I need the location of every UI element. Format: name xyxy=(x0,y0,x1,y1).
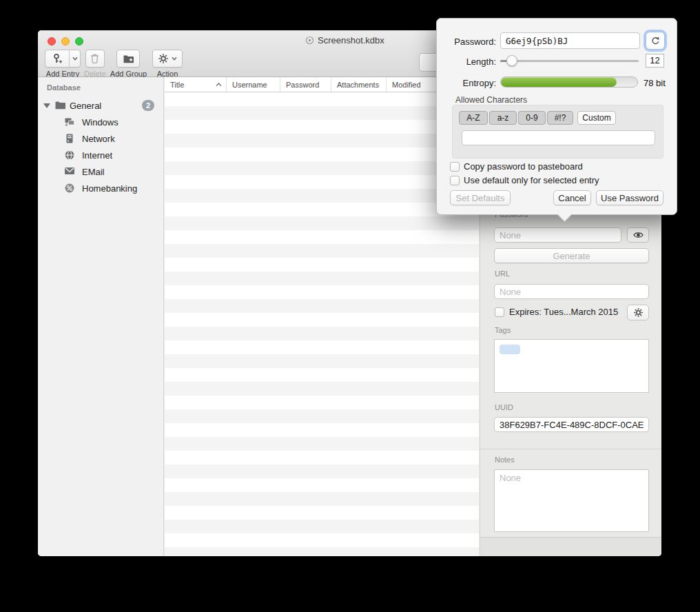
sidebar-item-label: Internet xyxy=(82,150,112,161)
sidebar-item-label: Windows xyxy=(82,117,119,127)
copy-to-pasteboard-checkbox[interactable] xyxy=(450,162,460,172)
charset-uppercase-button[interactable]: A-Z xyxy=(459,111,488,125)
table-header: Title Username Password Attachments xyxy=(165,77,479,92)
zoom-window-button[interactable] xyxy=(75,37,83,45)
use-default-label: Use default only for selected entry xyxy=(464,175,599,185)
uuid-input[interactable] xyxy=(494,417,649,432)
sidebar-section-header: Database xyxy=(47,83,81,92)
document-proxy-icon xyxy=(305,36,314,45)
expires-label: Expires: Tues...March 2015 xyxy=(509,307,618,317)
table-body-empty[interactable] xyxy=(165,92,479,556)
refresh-icon xyxy=(650,36,660,45)
entropy-bar-fill xyxy=(501,77,617,87)
globe-icon xyxy=(64,150,75,161)
traffic-lights xyxy=(48,37,83,45)
generated-password-input[interactable] xyxy=(500,32,640,49)
column-header-username[interactable]: Username xyxy=(227,77,280,92)
column-header-attachments[interactable]: Attachments xyxy=(331,77,387,92)
tag-token[interactable] xyxy=(500,345,520,354)
length-slider[interactable] xyxy=(500,54,639,68)
url-section-label: URL xyxy=(495,269,510,278)
allowed-characters-label: Allowed Characters xyxy=(455,95,527,105)
use-password-button[interactable]: Use Password xyxy=(596,190,663,205)
column-header-password[interactable]: Password xyxy=(280,77,331,92)
column-header-label: Password xyxy=(286,81,319,89)
password-input[interactable] xyxy=(494,227,621,243)
sidebar-item-label: Network xyxy=(82,134,115,144)
use-default-row: Use default only for selected entry xyxy=(450,175,599,185)
expires-checkbox[interactable] xyxy=(495,307,504,317)
percent-circle-icon xyxy=(64,183,75,194)
entropy-value: 78 bit xyxy=(644,78,666,88)
slider-thumb[interactable] xyxy=(506,55,517,66)
toolbar-group-add-entry: Add Entry xyxy=(45,50,81,78)
inspector-footer xyxy=(480,537,661,556)
set-defaults-button[interactable]: Set Defaults xyxy=(450,190,511,205)
notes-textarea[interactable] xyxy=(494,469,649,532)
charset-digits-button[interactable]: 0-9 xyxy=(518,111,546,125)
expires-settings-button[interactable] xyxy=(627,305,649,320)
section-divider xyxy=(480,449,661,449)
windows-icon xyxy=(64,116,75,127)
folder-plus-icon xyxy=(123,54,134,64)
slider-track[interactable] xyxy=(500,60,639,62)
notes-section-label: Notes xyxy=(495,456,515,464)
toolbar-group-delete: Delete xyxy=(84,50,106,78)
charset-lowercase-button[interactable]: a-z xyxy=(489,111,517,125)
action-button[interactable] xyxy=(152,50,183,68)
window-title: Screenshot.kdbx xyxy=(305,35,384,45)
uuid-section-label: UUID xyxy=(495,403,513,411)
sidebar-item-email[interactable]: EMail xyxy=(38,163,163,180)
column-header-title[interactable]: Title xyxy=(165,77,227,92)
group-list: General 2 Windows xyxy=(38,97,163,196)
entry-count-badge: 2 xyxy=(142,100,154,111)
close-window-button[interactable] xyxy=(48,37,56,45)
toolbar: Add Entry Delete xyxy=(45,50,183,78)
folder-icon xyxy=(54,100,66,110)
desktop: Screenshot.kdbx xyxy=(0,0,700,612)
password-generator-popover: Password: Length: 12 Entropy: 78 bit All… xyxy=(436,18,677,215)
add-group-button[interactable] xyxy=(116,50,140,68)
allowed-characters-group: A-Z a-z 0-9 #!? Custom xyxy=(452,105,663,159)
sidebar-item-general[interactable]: General 2 xyxy=(38,97,163,114)
sidebar: Database General 2 xyxy=(38,77,164,556)
network-icon xyxy=(64,133,75,144)
cancel-button[interactable]: Cancel xyxy=(553,190,591,205)
key-plus-icon xyxy=(52,53,63,65)
length-value-field[interactable]: 12 xyxy=(646,54,664,68)
sidebar-item-label: Homebanking xyxy=(82,183,137,194)
add-entry-button[interactable] xyxy=(45,50,81,68)
eye-icon xyxy=(632,230,644,240)
tags-box[interactable] xyxy=(494,339,649,393)
charset-custom-button[interactable]: Custom xyxy=(577,111,616,125)
sidebar-item-label: EMail xyxy=(82,167,105,177)
sidebar-item-homebanking[interactable]: Homebanking xyxy=(38,180,163,196)
regenerate-password-button[interactable] xyxy=(646,32,665,50)
use-default-checkbox[interactable] xyxy=(450,176,460,185)
sidebar-item-internet[interactable]: Internet xyxy=(38,147,163,163)
generate-password-button[interactable]: Generate xyxy=(494,248,649,263)
gear-icon xyxy=(633,307,644,318)
popover-entropy-label: Entropy: xyxy=(437,78,496,88)
charset-symbols-button[interactable]: #!? xyxy=(547,111,573,125)
window-title-text: Screenshot.kdbx xyxy=(318,35,384,45)
expires-row: Expires: Tues...March 2015 xyxy=(495,307,618,317)
url-input[interactable] xyxy=(494,284,649,299)
copy-to-pasteboard-row: Copy password to pasteboard xyxy=(450,161,583,172)
column-header-label: Title xyxy=(170,81,184,89)
sidebar-item-windows[interactable]: Windows xyxy=(38,114,163,130)
reveal-password-button[interactable] xyxy=(627,227,649,243)
custom-characters-input[interactable] xyxy=(462,130,655,145)
minimize-window-button[interactable] xyxy=(61,37,70,45)
sidebar-item-network[interactable]: Network xyxy=(38,130,163,147)
add-entry-dropdown[interactable] xyxy=(69,50,80,67)
envelope-icon xyxy=(64,166,75,176)
copy-to-pasteboard-label: Copy password to pasteboard xyxy=(464,161,583,172)
chevron-down-icon xyxy=(172,57,177,61)
entry-table: Title Username Password Attachments xyxy=(165,77,479,556)
delete-button[interactable] xyxy=(85,50,105,68)
toolbar-group-add-group: Add Group xyxy=(110,50,147,78)
disclosure-triangle-icon[interactable] xyxy=(43,103,50,108)
sidebar-item-label: General xyxy=(70,101,101,111)
entropy-bar xyxy=(500,76,638,88)
